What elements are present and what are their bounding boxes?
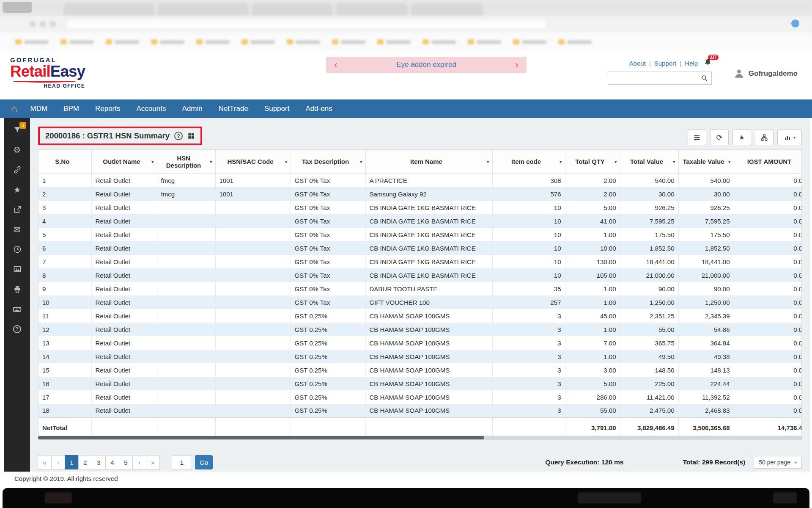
goto-page-input[interactable] xyxy=(172,456,192,469)
net-total-item-code xyxy=(492,417,565,436)
filter-icon[interactable]: 3 xyxy=(12,125,22,135)
nav-item-bpm[interactable]: BPM xyxy=(55,99,87,118)
column-header-total-value[interactable]: Total Value▾ xyxy=(620,150,678,174)
nav-item-reports[interactable]: Reports xyxy=(87,99,129,118)
net-total-total-qty: 3,791.00 xyxy=(565,417,620,436)
column-sort-caret-icon[interactable]: ▾ xyxy=(487,159,489,164)
table-row[interactable]: 3Retail OutletGST 0% TaxCB INDIA GATE 1K… xyxy=(38,201,802,214)
column-sort-caret-icon[interactable]: ▾ xyxy=(285,159,288,164)
table-row[interactable]: 8Retail OutletGST 0% TaxCB INDIA GATE 1K… xyxy=(38,268,802,282)
cell-taxable-value: 540.00 xyxy=(678,174,734,187)
table-row[interactable]: 15Retail OutletGST 0.25%CB HAMAM SOAP 10… xyxy=(38,363,802,377)
table-row[interactable]: 1Retail Outletfmcg1001GST 0% TaxA PRACTI… xyxy=(38,174,802,187)
grid-icon[interactable] xyxy=(187,132,195,140)
nav-item-support[interactable]: Support xyxy=(256,99,298,118)
column-header-item-name[interactable]: Item Name▾ xyxy=(365,150,492,174)
column-header-item-code[interactable]: Item code▾ xyxy=(492,150,565,174)
cell-taxable-value: 21,000.00 xyxy=(678,268,734,282)
clock-icon[interactable] xyxy=(12,244,22,254)
horizontal-scrollbar[interactable] xyxy=(38,436,802,440)
home-icon[interactable]: ⌂ xyxy=(11,99,17,118)
gear-icon[interactable]: ⚙ xyxy=(12,145,22,155)
share-icon[interactable] xyxy=(12,204,22,215)
favorite-button[interactable]: ★ xyxy=(732,130,751,145)
search-button[interactable] xyxy=(697,72,711,84)
next-page-button[interactable]: › xyxy=(132,455,146,469)
page-button-2[interactable]: 2 xyxy=(78,455,92,469)
cell-total-value: 90.00 xyxy=(620,282,678,295)
column-header-outlet-name[interactable]: Outlet Name▾ xyxy=(91,150,157,174)
star-icon[interactable]: ★ xyxy=(12,185,22,195)
table-row[interactable]: 18Retail OutletGST 0.25%CB HAMAM SOAP 10… xyxy=(38,404,802,417)
cell-hsn-sac-code xyxy=(215,336,291,350)
user-menu[interactable]: Gofrugaldemo xyxy=(733,68,798,79)
printer-icon[interactable] xyxy=(12,284,22,294)
link-icon[interactable] xyxy=(12,165,22,175)
column-header-total-qty[interactable]: Total QTY▾ xyxy=(565,150,620,174)
keyboard-icon[interactable] xyxy=(12,304,22,314)
last-page-button[interactable]: » xyxy=(146,455,160,469)
column-header-s-no[interactable]: S.No xyxy=(38,150,91,174)
column-sort-caret-icon[interactable]: ▾ xyxy=(151,159,154,164)
nav-item-admin[interactable]: Admin xyxy=(174,99,210,118)
table-row[interactable]: 7Retail OutletGST 0% TaxCB INDIA GATE 1K… xyxy=(38,255,802,268)
cell-total-value: 11,421.00 xyxy=(620,390,678,404)
page-button-5[interactable]: 5 xyxy=(119,455,133,469)
column-header-hsn-description[interactable]: HSN Description▾ xyxy=(157,150,215,174)
table-row[interactable]: 16Retail OutletGST 0.25%CB HAMAM SOAP 10… xyxy=(38,377,802,390)
nav-item-mdm[interactable]: MDM xyxy=(22,99,56,118)
table-row[interactable]: 5Retail OutletGST 0% TaxCB INDIA GATE 1K… xyxy=(38,228,802,241)
mail-icon[interactable]: ✉ xyxy=(12,224,22,235)
per-page-select[interactable]: 50 per page ▾ xyxy=(754,456,802,469)
nav-item-accounts[interactable]: Accounts xyxy=(128,99,174,118)
table-row[interactable]: 10Retail OutletGST 0% TaxGIFT VOUCHER 10… xyxy=(38,295,802,309)
table-row[interactable]: 14Retail OutletGST 0.25%CB HAMAM SOAP 10… xyxy=(38,350,802,363)
page-button-1[interactable]: 1 xyxy=(65,455,79,469)
column-header-taxable-value[interactable]: Taxable Value▾ xyxy=(678,150,734,174)
settings-button[interactable] xyxy=(688,130,706,145)
header-link-about[interactable]: About xyxy=(629,60,646,67)
chart-view-button[interactable]: ▾ xyxy=(777,130,802,145)
report-help-icon[interactable]: ? xyxy=(174,132,183,140)
report-content: 20000186 : GSTR1 HSN Summary ? ⟳ ★ ▾ xyxy=(30,118,810,472)
nav-item-nettrade[interactable]: NetTrade xyxy=(211,99,256,118)
search-input[interactable] xyxy=(608,75,697,82)
column-sort-caret-icon[interactable]: ▾ xyxy=(560,159,562,164)
header-link-support[interactable]: Support xyxy=(654,60,677,67)
cell-tax-description: GST 0% Tax xyxy=(291,228,365,241)
column-sort-caret-icon[interactable]: ▾ xyxy=(360,159,362,164)
image-icon[interactable] xyxy=(12,264,22,274)
nav-item-add-ons[interactable]: Add-ons xyxy=(297,99,340,118)
cell-total-value: 2,475.00 xyxy=(620,404,678,417)
go-button[interactable]: Go xyxy=(195,455,213,469)
table-row[interactable]: 2Retail Outletfmcg1001GST 0% TaxSamsung … xyxy=(38,187,802,201)
page-button-4[interactable]: 4 xyxy=(105,455,119,469)
column-header-igst-amount[interactable]: IGST AMOUNT▾ xyxy=(734,150,802,174)
cell-hsn-sac-code xyxy=(215,404,291,417)
table-row[interactable]: 17Retail OutletGST 0.25%CB HAMAM SOAP 10… xyxy=(38,390,802,404)
help-icon[interactable]: ? xyxy=(12,324,22,334)
table-row[interactable]: 13Retail OutletGST 0.25%CB HAMAM SOAP 10… xyxy=(38,336,802,350)
hierarchy-button[interactable] xyxy=(755,130,774,145)
column-sort-caret-icon[interactable]: ▾ xyxy=(728,159,731,164)
page-button-3[interactable]: 3 xyxy=(92,455,106,469)
refresh-button[interactable]: ⟳ xyxy=(710,130,729,145)
column-sort-caret-icon[interactable]: ▾ xyxy=(614,159,617,164)
notification-bell[interactable]: 337 xyxy=(704,58,712,68)
column-header-hsn-sac-code[interactable]: HSN/SAC Code▾ xyxy=(215,150,291,174)
column-sort-caret-icon[interactable]: ▾ xyxy=(210,159,212,164)
cell-total-value: 365.75 xyxy=(620,336,678,350)
prev-page-button[interactable]: ‹ xyxy=(51,455,65,469)
table-row[interactable]: 12Retail OutletGST 0.25%CB HAMAM SOAP 10… xyxy=(38,323,802,336)
banner-next-icon[interactable]: › xyxy=(507,57,527,73)
table-row[interactable]: 11Retail OutletGST 0.25%CB HAMAM SOAP 10… xyxy=(38,309,802,323)
table-row[interactable]: 6Retail OutletGST 0% TaxCB INDIA GATE 1K… xyxy=(38,241,802,255)
column-header-tax-description[interactable]: Tax Description▾ xyxy=(291,150,365,174)
scrollbar-thumb[interactable] xyxy=(38,436,484,439)
first-page-button[interactable]: « xyxy=(38,455,52,469)
banner-prev-icon[interactable]: ‹ xyxy=(326,57,346,73)
header-link-help[interactable]: Help xyxy=(685,60,698,67)
table-row[interactable]: 4Retail OutletGST 0% TaxCB INDIA GATE 1K… xyxy=(38,214,802,228)
table-row[interactable]: 9Retail OutletGST 0% TaxDABUR TOOTH PAST… xyxy=(38,282,802,295)
column-sort-caret-icon[interactable]: ▾ xyxy=(673,159,675,164)
